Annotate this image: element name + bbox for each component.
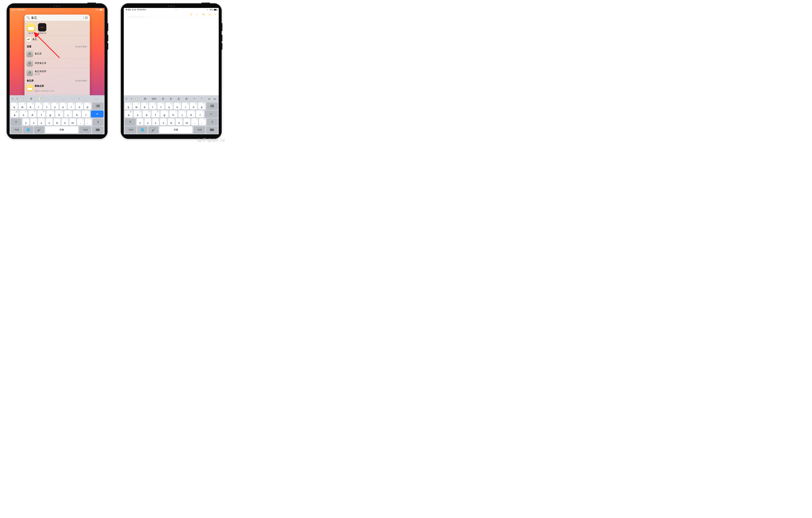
mode-key[interactable]: .?123 [79,126,91,133]
search-in-app-link[interactable]: 在App中搜索› [75,80,88,82]
keyboard[interactable]: ↶ ↷ 📋 录 📝 , 、 。 : ! 、 …… q1w2e3r4t5y6u7i… [9,95,105,134]
clear-search-button[interactable]: ✕ [85,16,88,19]
compose-icon[interactable]: ✎ [214,13,216,16]
mode-key[interactable]: .?123 [10,126,22,133]
key-s[interactable]: s# [20,111,27,117]
key-w[interactable]: w2 [19,102,26,110]
key-k[interactable]: k~ [187,111,195,117]
key-f[interactable]: f% [37,111,45,117]
key-l[interactable]: l" [82,111,90,117]
shift-key[interactable]: ⇧ [207,118,218,125]
table-icon[interactable]: ⊞ [208,98,210,100]
key-d[interactable]: d¥ [28,111,36,117]
key-b[interactable]: b: [168,118,175,125]
key-d[interactable]: d¥ [143,111,150,117]
key-m[interactable]: m· [183,118,190,125]
note-result[interactable]: 新备忘录 … 修改于 2022/4/15 12:43 [25,83,90,94]
candidate-bar[interactable]: 录 📝 , 、 。 : ! 、 …… [27,97,102,100]
shift-key[interactable]: ⇧ [93,118,104,125]
search-input[interactable] [31,16,82,19]
key-c[interactable]: c; [38,118,45,125]
key-f[interactable]: f% [151,111,160,117]
key-e[interactable]: e3 [27,102,34,110]
shift-key[interactable]: ⇧ [10,118,22,125]
back-to-app[interactable]: ◀ 搜索 [125,9,131,11]
clipboard-icon[interactable]: 📋 [135,98,138,100]
more-icon[interactable]: ⊙ [208,13,211,16]
mode-key[interactable]: .?123 [125,126,136,133]
undo-icon[interactable]: ↶ [126,98,128,100]
key-u[interactable]: u7 [60,102,67,110]
key-o[interactable]: o9 [76,102,83,110]
key-y[interactable]: y6 [51,102,58,110]
key-k[interactable]: k~ [73,111,81,117]
key-u[interactable]: u7 [174,102,181,110]
key-q[interactable]: q1 [10,102,18,110]
key-m[interactable]: m· [69,118,76,125]
return-key[interactable]: ↵ [91,111,104,117]
mode-key[interactable]: .?123 [194,126,205,133]
key-i[interactable]: i8 [182,102,189,110]
mic-key[interactable]: 🎤 [148,126,158,133]
settings-item-notes[interactable]: ⚙ 备忘录 [25,49,90,58]
key-x[interactable]: x… [144,118,151,125]
key-r[interactable]: r4 [149,102,156,110]
key-h[interactable]: h( [169,111,177,117]
key-l[interactable]: l" [196,111,204,117]
app-result-voice-memos[interactable]: 语音备忘录 [38,23,47,34]
clipboard-icon[interactable]: 📋 [21,98,24,100]
key-t[interactable]: t5 [43,102,50,110]
space-key[interactable]: 空格 [159,126,193,133]
key-n[interactable]: n— [62,118,68,125]
redo-icon[interactable]: ↷ [16,98,18,100]
key-x[interactable]: x… [30,118,37,125]
key-i[interactable]: i8 [68,102,75,110]
hide-keyboard-key[interactable]: ⌨︎ [206,126,218,133]
settings-item-voice-memos[interactable]: ⚙ 语音备忘录 [25,59,90,68]
shift-key[interactable]: ⇧ [125,118,136,125]
key-b[interactable]: b: [54,118,60,125]
key-s[interactable]: s# [134,111,142,117]
globe-key[interactable]: 🌐 [23,126,33,133]
hide-keyboard-key[interactable]: ⌨︎ [92,126,104,133]
key-z[interactable]: z' [137,118,143,125]
space-key[interactable]: 空格 [45,126,79,133]
key-p[interactable]: p0 [198,102,205,110]
key-y[interactable]: y6 [166,102,173,110]
keyboard[interactable]: ↶ ↷ 📋 我 你好 你 在 这 的 一 ^ ⊞ Aa [124,95,219,134]
key-g[interactable]: g* [46,111,54,117]
backspace-key[interactable]: ⌫ [206,102,218,110]
key-j[interactable]: j) [178,111,186,117]
key-e[interactable]: e3 [141,102,148,110]
key-j[interactable]: j) [64,111,72,117]
key-g[interactable]: g* [161,111,168,117]
checklist-icon[interactable]: ☑︎ [190,13,192,16]
key-，[interactable]: ，! [77,118,84,125]
return-key[interactable]: ↵ [205,111,218,117]
key-c[interactable]: c; [152,118,159,125]
multitask-dots-icon[interactable] [175,9,177,10]
backspace-key[interactable]: ⌫ [92,102,104,110]
key-a[interactable]: a@ [125,111,133,117]
redo-icon[interactable]: ↷ [130,98,133,100]
key-n[interactable]: n— [176,118,182,125]
key-，[interactable]: ，! [191,118,198,125]
key-q[interactable]: q1 [125,102,132,110]
key-。[interactable]: 。? [199,118,206,125]
settings-item-notes-sort[interactable]: ⚙ 备忘录排序 备忘录 [25,68,90,77]
key-a[interactable]: a@ [10,111,19,117]
key-o[interactable]: o9 [190,102,197,110]
candidate-bar[interactable]: 我 你好 你 在 这 的 一 ^ [141,97,205,100]
key-z[interactable]: z' [23,118,29,125]
siri-suggestion-row[interactable]: 备忘 [25,36,90,43]
key-v[interactable]: v、 [46,118,53,125]
key-。[interactable]: 。? [85,118,92,125]
globe-key[interactable]: 🌐 [137,126,147,133]
text-format-icon[interactable]: Aa [213,98,216,100]
key-t[interactable]: t5 [157,102,165,110]
key-p[interactable]: p0 [84,102,91,110]
app-result-notes[interactable]: 备忘录 [27,23,35,34]
mic-key[interactable]: 🎤 [34,126,44,133]
key-v[interactable]: v、 [160,118,167,125]
camera-icon[interactable]: ⌞⌝ [196,13,199,16]
